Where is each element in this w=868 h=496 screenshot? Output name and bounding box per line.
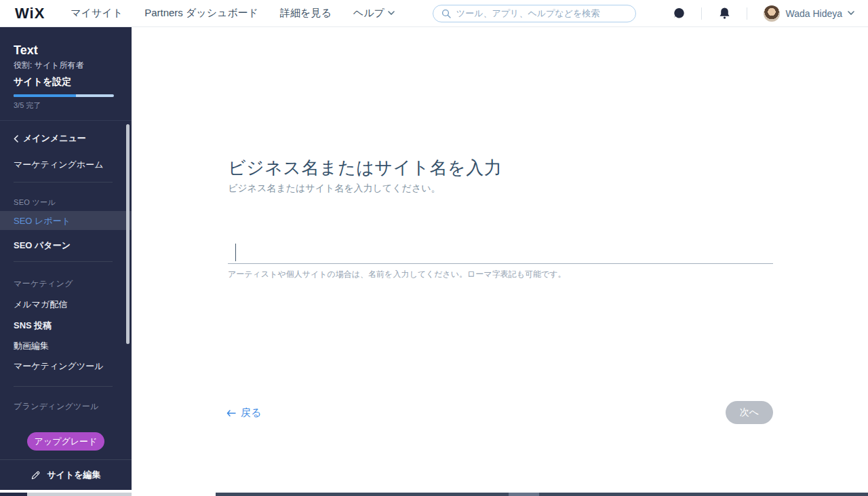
sidebar-item-email-marketing[interactable]: メルマガ配信 bbox=[14, 299, 67, 311]
scrollbar-segment bbox=[132, 493, 216, 496]
nav-partners-dashboard[interactable]: Partners ダッシュボード bbox=[144, 7, 258, 20]
edit-site-label: サイトを編集 bbox=[47, 469, 100, 481]
sidebar-section-seo-tools: SEO ツール bbox=[14, 197, 56, 208]
sidebar-scrollbar-thumb[interactable] bbox=[126, 124, 130, 344]
sidebar-divider bbox=[14, 261, 113, 262]
nav-help-menu[interactable]: ヘルプ bbox=[353, 7, 395, 20]
field-helper-text: アーティストや個人サイトの場合は、名前を入力してください。ローマ字表記も可能です… bbox=[228, 269, 566, 280]
search-input[interactable] bbox=[456, 8, 627, 18]
sidebar-item-seo-patterns[interactable]: SEO パターン bbox=[14, 240, 71, 252]
edit-site-button[interactable]: サイトを編集 bbox=[0, 459, 132, 490]
nav-my-sites[interactable]: マイサイト bbox=[71, 7, 123, 20]
horizontal-scrollbar[interactable] bbox=[0, 493, 868, 496]
page-title: ビジネス名またはサイト名を入力 bbox=[228, 156, 502, 180]
user-role: 役割: サイト所有者 bbox=[14, 60, 84, 71]
wix-logo[interactable]: WiX bbox=[15, 5, 45, 22]
page-subtitle: ビジネス名またはサイト名を入力してください。 bbox=[228, 183, 441, 195]
topbar-separator bbox=[747, 7, 747, 20]
upgrade-button[interactable]: アップグレード bbox=[27, 432, 104, 451]
search-icon bbox=[441, 9, 451, 18]
pencil-icon bbox=[31, 470, 41, 480]
site-setup-label: サイトを設定 bbox=[14, 76, 71, 88]
setup-progress-text: 3/5 完了 bbox=[14, 100, 41, 111]
sidebar-divider bbox=[14, 386, 113, 387]
sidebar-item-label: SEO レポート bbox=[14, 215, 71, 227]
sidebar-section-branding-tools: ブランディングツール bbox=[14, 401, 99, 413]
sidebar-item-seo-report[interactable]: SEO レポート bbox=[0, 211, 132, 230]
chevron-down-icon bbox=[848, 11, 854, 16]
site-name: Text bbox=[14, 43, 38, 58]
chevron-left-icon bbox=[14, 135, 18, 142]
main-content: ビジネス名またはサイト名を入力 ビジネス名またはサイト名を入力してください。 ア… bbox=[132, 27, 868, 493]
sidebar-item-marketing-tools[interactable]: マーケティングツール bbox=[14, 360, 103, 373]
global-search[interactable] bbox=[433, 5, 636, 22]
bell-icon[interactable] bbox=[711, 7, 737, 20]
sidebar-item-label: メインメニュー bbox=[23, 132, 86, 145]
user-name: Wada Hideya bbox=[785, 8, 842, 19]
next-button[interactable]: 次へ bbox=[726, 401, 773, 424]
site-name-field bbox=[228, 239, 773, 264]
arrow-left-icon bbox=[226, 410, 236, 417]
topbar-separator bbox=[701, 7, 702, 20]
setup-progress-bar bbox=[14, 94, 114, 97]
scrollbar-segment bbox=[0, 493, 27, 496]
chevron-down-icon bbox=[388, 11, 395, 16]
nav-help-label: ヘルプ bbox=[353, 7, 384, 20]
sidebar-item-main-menu[interactable]: メインメニュー bbox=[14, 132, 86, 145]
chat-bubble-icon[interactable] bbox=[666, 7, 692, 20]
sidebar-section-marketing: マーケティング bbox=[14, 278, 73, 290]
avatar bbox=[764, 5, 780, 22]
top-bar: WiX マイサイト Partners ダッシュボード 詳細を見る ヘルプ Wad… bbox=[0, 0, 868, 27]
sidebar: Text 役割: サイト所有者 サイトを設定 3/5 完了 メインメニュー マー… bbox=[0, 27, 132, 490]
sidebar-divider bbox=[0, 120, 132, 121]
sidebar-item-marketing-home[interactable]: マーケティングホーム bbox=[14, 159, 103, 171]
topbar-right-cluster: Wada Hideya bbox=[666, 5, 854, 22]
back-link-label: 戻る bbox=[241, 406, 261, 419]
sidebar-item-video-editing[interactable]: 動画編集 bbox=[14, 340, 49, 352]
scrollbar-thumb[interactable] bbox=[27, 493, 132, 496]
back-link[interactable]: 戻る bbox=[226, 406, 261, 419]
sidebar-item-sns-posts[interactable]: SNS 投稿 bbox=[14, 320, 52, 332]
sidebar-divider bbox=[14, 182, 113, 183]
scrollbar-segment bbox=[216, 493, 868, 496]
site-name-input[interactable] bbox=[228, 239, 773, 263]
user-account-menu[interactable]: Wada Hideya bbox=[764, 5, 854, 22]
text-caret bbox=[235, 244, 236, 261]
setup-progress-fill bbox=[14, 94, 76, 97]
nav-learn-more[interactable]: 詳細を見る bbox=[280, 7, 332, 20]
